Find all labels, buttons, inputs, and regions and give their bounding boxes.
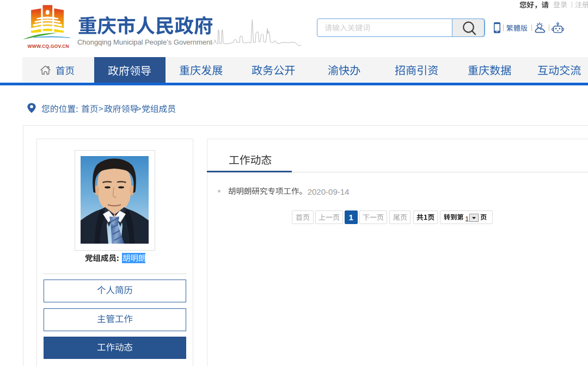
svg-text:WWW.CQ.GOV.CN: WWW.CQ.GOV.CN [28, 44, 69, 49]
